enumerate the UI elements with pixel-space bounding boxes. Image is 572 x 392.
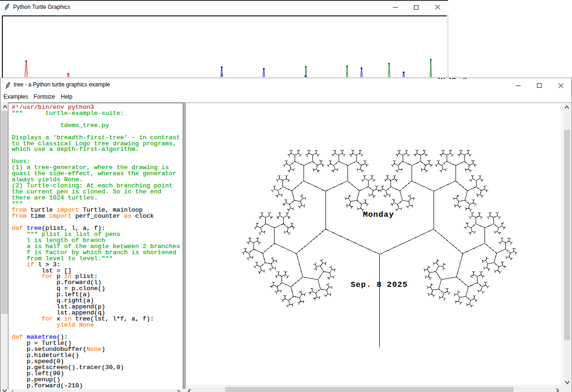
svg-text:Monday: Monday — [362, 210, 394, 219]
svg-text:Sep. 8 2025: Sep. 8 2025 — [350, 280, 407, 289]
